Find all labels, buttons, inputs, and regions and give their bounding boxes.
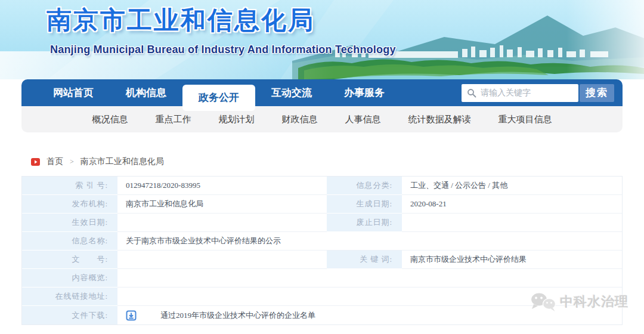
table-row: 文 号:关 键 词:南京市市级企业技术中心评价结果 [22,250,622,269]
subnav-item-key-work[interactable]: 重点工作 [156,114,191,125]
sub-navbar: 概况信息重点工作规划计划财政信息人事信息统计数据及解读重大项目信息 [21,106,623,132]
nav-tab-home[interactable]: 网站首页 [37,79,110,106]
site-banner: 南京市工业和信息化局 Nanjing Municipal Bureau of I… [0,0,644,79]
breadcrumb: 首页 > 南京市工业和信息化局 [31,156,644,167]
doc-number-value [117,250,327,269]
site-title: 南京市工业和信息化局 [47,4,315,37]
create-date-label: 生成日期: [327,195,402,214]
site-subtitle-english: Nanjing Municipal Bureau of Industry And… [50,44,396,56]
info-name-label: 信息名称: [22,232,117,250]
publish-org-label: 发布机构: [22,195,117,214]
keywords-label: 关 键 词: [327,250,402,269]
subnav-item-statistics[interactable]: 统计数据及解读 [408,114,471,125]
file-download-label: 文件下载: [22,306,117,324]
subnav-item-planning[interactable]: 规划计划 [219,114,255,125]
index-number-value: 012947218/2020-83995 [117,177,327,195]
expiry-date-label: 废止日期: [327,214,402,232]
doc-number-label: 文 号: [22,250,117,269]
nav-tab-interaction[interactable]: 互动交流 [255,79,328,106]
table-row: 内容概览: [22,269,622,287]
search-input[interactable] [462,84,578,102]
search-bar: 搜索 [462,84,614,102]
publish-org-value: 南京市工业和信息化局 [117,195,327,214]
info-category-value: 工业、交通 / 公示公告 / 其他 [402,177,622,195]
table-row: 发布机构:南京市工业和信息化局生成日期:2020-08-21 [22,195,622,214]
nav-tab-gov-affairs[interactable]: 政务公开 [182,85,255,111]
content-overview-value [117,269,622,287]
download-file-link[interactable]: 通过2019年市级企业技术中心评价的企业名单 [160,310,315,321]
nav-tab-services[interactable]: 办事服务 [328,79,401,106]
info-category-label: 信息分类: [327,177,402,195]
main-nav-items: 网站首页机构信息政务公开互动交流办事服务 [37,79,401,106]
breadcrumb-home-link[interactable]: 首页 [47,156,63,167]
download-icon [126,310,137,321]
table-row: 生效日期:废止日期: [22,214,622,232]
effective-date-label: 生效日期: [22,214,117,232]
subnav-item-finance-info[interactable]: 财政信息 [282,114,318,125]
expiry-date-value [402,214,622,232]
watermark: 中科水治理 [530,291,628,313]
page: 南京市工业和信息化局 Nanjing Municipal Bureau of I… [0,0,644,334]
online-link-label: 在线链接地址: [22,287,117,306]
subnav-item-major-projects[interactable]: 重大项目信息 [499,114,552,125]
breadcrumb-current-page: 南京市工业和信息化局 [80,156,164,167]
keywords-value: 南京市市级企业技术中心评价结果 [402,250,622,269]
table-row: 信息名称:关于南京市市级企业技术中心评价结果的公示 [22,232,622,250]
nav-tab-org-info[interactable]: 机构信息 [110,79,182,106]
info-name-value: 关于南京市市级企业技术中心评价结果的公示 [117,232,622,250]
effective-date-value [117,214,327,232]
table-row: 索 引 号:012947218/2020-83995信息分类:工业、交通 / 公… [22,177,622,195]
breadcrumb-marker-icon [31,158,40,166]
breadcrumb-separator: > [70,157,74,166]
index-number-label: 索 引 号: [22,177,117,195]
search-button[interactable]: 搜索 [580,84,614,102]
main-navbar: 网站首页机构信息政务公开互动交流办事服务 搜索 [21,79,623,106]
subnav-item-personnel-info[interactable]: 人事信息 [345,114,381,125]
wechat-logo-icon [530,291,557,313]
watermark-text: 中科水治理 [560,293,628,311]
subnav-item-overview-info[interactable]: 概况信息 [92,114,128,125]
content-overview-label: 内容概览: [22,269,117,287]
create-date-value: 2020-08-21 [402,195,622,214]
